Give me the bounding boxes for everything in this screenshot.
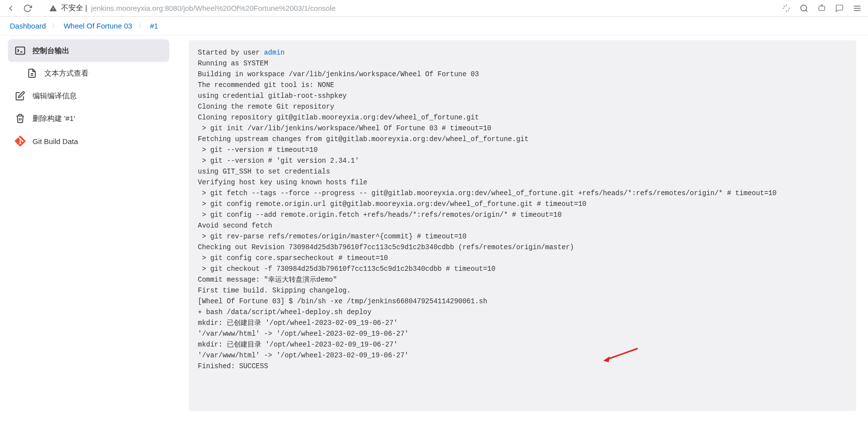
sidebar-item-edit-build-info[interactable]: 编辑编译信息 bbox=[8, 85, 169, 107]
console-line: > git config core.sparsecheckout # timeo… bbox=[198, 253, 847, 263]
console-line: Started by user admin bbox=[198, 47, 847, 58]
console-line: Building in workspace /var/lib/jenkins/w… bbox=[198, 69, 847, 80]
console-line: [Wheel Of Fortune 03] $ /bin/sh -xe /tmp… bbox=[198, 296, 847, 307]
sidebar-item-delete-build[interactable]: 删除构建 '#1' bbox=[8, 107, 169, 130]
console-line: > git --version # timeout=10 bbox=[198, 145, 847, 155]
sidebar-item-view-as-text[interactable]: 文本方式查看 bbox=[8, 62, 169, 85]
sidebar-item-git-build-data[interactable]: Git Build Data bbox=[8, 130, 169, 152]
chat-icon[interactable] bbox=[835, 3, 844, 13]
search-icon[interactable] bbox=[799, 3, 809, 13]
console-line: Finished: SUCCESS bbox=[198, 361, 847, 372]
console-line: using credential gitlab-root-sshpkey bbox=[198, 90, 847, 101]
console-line: > git fetch --tags --force --progress --… bbox=[198, 188, 847, 199]
console-line: + bash /data/script/wheel-deploy.sh depl… bbox=[198, 307, 847, 318]
breadcrumb-dashboard[interactable]: Dashboard bbox=[10, 22, 46, 30]
sidebar-item-label: 文本方式查看 bbox=[44, 69, 89, 78]
git-icon bbox=[15, 136, 26, 146]
console-line: First time build. Skipping changelog. bbox=[198, 285, 847, 296]
console-line: '/var/www/html' -> '/opt/wheel-2023-02-0… bbox=[198, 350, 847, 361]
console-line: '/var/www/html' -> '/opt/wheel-2023-02-0… bbox=[198, 328, 847, 339]
terminal-icon bbox=[15, 45, 26, 56]
sidebar-item-label: Git Build Data bbox=[32, 137, 78, 145]
chevron-right-icon: 〉 bbox=[138, 22, 144, 30]
console-line: Verifying host key using known hosts fil… bbox=[198, 177, 847, 188]
console-output: Started by user adminRunning as SYSTEMBu… bbox=[189, 40, 856, 411]
sidebar-item-console-output[interactable]: 控制台输出 bbox=[8, 39, 169, 62]
console-line: > git config remote.origin.url git@gitla… bbox=[198, 199, 847, 209]
user-link[interactable]: admin bbox=[264, 49, 284, 57]
browser-toolbar: 不安全 | jenkins.mooreyxia.org:8080/job/Whe… bbox=[0, 0, 868, 17]
svg-rect-5 bbox=[16, 47, 25, 55]
url-security-label: 不安全 | bbox=[61, 3, 87, 13]
sync-icon[interactable] bbox=[781, 3, 791, 13]
console-line: Cloning repository git@gitlab.mooreyxia.… bbox=[198, 112, 847, 123]
console-line: Checking out Revision 730984d25d3b79610f… bbox=[198, 242, 847, 253]
console-line: Commit message: "幸运大转盘演示demo" bbox=[198, 274, 847, 285]
console-line: mkdir: 已创建目录 '/opt/wheel-2023-02-09_19-0… bbox=[198, 339, 847, 350]
back-icon[interactable] bbox=[6, 3, 16, 13]
trash-icon bbox=[15, 113, 26, 124]
console-line: > git --version # 'git version 2.34.1' bbox=[198, 155, 847, 166]
breadcrumb: Dashboard 〉 Wheel Of Fortune 03 〉 #1 bbox=[0, 17, 868, 35]
console-line: Fetching upstream changes from git@gitla… bbox=[198, 134, 847, 145]
url-text: jenkins.mooreyxia.org:8080/job/Wheel%20O… bbox=[91, 4, 336, 12]
breadcrumb-build[interactable]: #1 bbox=[150, 22, 158, 30]
svg-point-0 bbox=[801, 5, 806, 11]
console-line: Running as SYSTEM bbox=[198, 58, 847, 69]
console-line: mkdir: 已创建目录 '/opt/wheel-2023-02-09_19-0… bbox=[198, 318, 847, 328]
extension-icon[interactable] bbox=[817, 3, 827, 13]
sidebar-item-label: 删除构建 '#1' bbox=[32, 114, 75, 123]
content-area: Started by user adminRunning as SYSTEMBu… bbox=[177, 35, 868, 431]
insecure-icon bbox=[49, 4, 57, 12]
console-line: The recommended git tool is: NONE bbox=[198, 80, 847, 90]
sidebar: 控制台输出 文本方式查看 编辑编译信息 删除构建 '#1' Git Build … bbox=[0, 35, 177, 431]
address-bar[interactable]: 不安全 | jenkins.mooreyxia.org:8080/job/Whe… bbox=[39, 3, 775, 13]
sidebar-item-label: 控制台输出 bbox=[32, 46, 69, 56]
console-line: Cloning the remote Git repository bbox=[198, 101, 847, 112]
console-line: > git config --add remote.origin.fetch +… bbox=[198, 209, 847, 220]
started-by-text: Started by user bbox=[198, 49, 264, 57]
console-line: > git init /var/lib/jenkins/workspace/Wh… bbox=[198, 123, 847, 134]
console-line: Avoid second fetch bbox=[198, 220, 847, 231]
menu-icon[interactable] bbox=[852, 3, 862, 13]
refresh-icon[interactable] bbox=[23, 3, 32, 13]
console-line: > git rev-parse refs/remotes/origin/mast… bbox=[198, 231, 847, 242]
svg-rect-1 bbox=[819, 6, 825, 10]
breadcrumb-job[interactable]: Wheel Of Fortune 03 bbox=[63, 22, 132, 30]
edit-icon bbox=[15, 90, 26, 101]
chevron-right-icon: 〉 bbox=[52, 22, 58, 30]
document-icon bbox=[27, 68, 37, 79]
sidebar-item-label: 编辑编译信息 bbox=[32, 91, 77, 101]
console-line: > git checkout -f 730984d25d3b79610f7cc1… bbox=[198, 263, 847, 274]
console-line: using GIT_SSH to set credentials bbox=[198, 166, 847, 177]
